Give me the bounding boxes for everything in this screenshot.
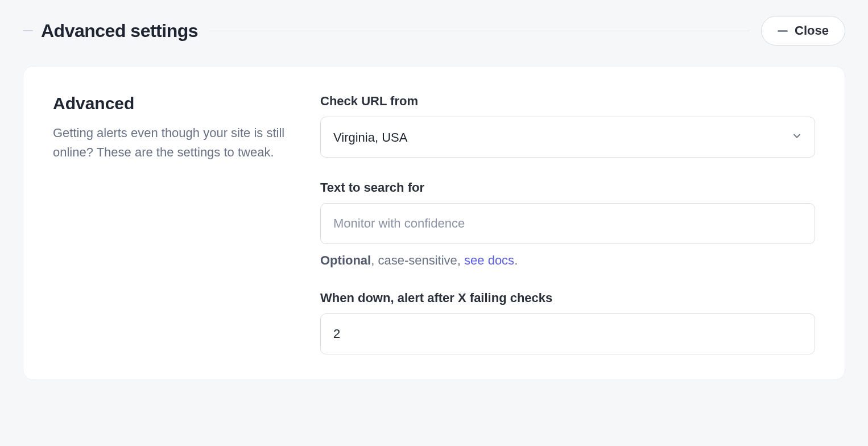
close-button[interactable]: Close	[761, 16, 845, 46]
check-url-select[interactable]: Virginia, USA	[320, 117, 815, 158]
text-search-input[interactable]	[320, 203, 815, 244]
alert-after-label: When down, alert after X failing checks	[320, 291, 815, 305]
check-url-select-wrap: Virginia, USA	[320, 117, 815, 158]
section-title: Advanced settings	[41, 20, 198, 42]
help-strong: Optional	[320, 253, 371, 267]
advanced-fields: Check URL from Virginia, USA Text to sea…	[320, 94, 815, 354]
see-docs-link[interactable]: see docs	[464, 253, 514, 267]
help-suffix: .	[514, 253, 518, 267]
help-text-part: , case-sensitive,	[371, 253, 464, 267]
advanced-card: Advanced Getting alerts even though your…	[23, 66, 845, 380]
divider	[209, 31, 750, 31]
section-header: Advanced settings Close	[0, 0, 868, 46]
text-search-label: Text to search for	[320, 180, 815, 195]
field-alert-after: When down, alert after X failing checks	[320, 291, 815, 354]
minus-icon	[778, 30, 788, 32]
check-url-label: Check URL from	[320, 94, 815, 109]
advanced-title: Advanced	[53, 94, 286, 113]
alert-after-input[interactable]	[320, 313, 815, 354]
minus-icon	[23, 30, 33, 31]
text-search-help: Optional, case-sensitive, see docs.	[320, 253, 815, 268]
close-label: Close	[795, 23, 829, 38]
advanced-description: Getting alerts even though your site is …	[53, 123, 286, 162]
section-header-left: Advanced settings	[23, 20, 198, 42]
field-text-search: Text to search for Optional, case-sensit…	[320, 180, 815, 268]
advanced-intro: Advanced Getting alerts even though your…	[53, 94, 286, 354]
field-check-url: Check URL from Virginia, USA	[320, 94, 815, 158]
